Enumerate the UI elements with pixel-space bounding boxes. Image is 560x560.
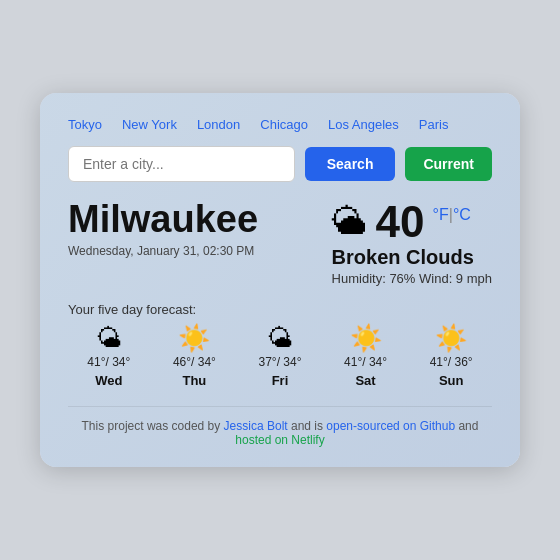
forecast-day-thu: ☀️ 46°/ 34° Thu: [154, 325, 236, 388]
footer-text2: and is: [288, 419, 327, 433]
celsius-link[interactable]: °C: [453, 206, 471, 223]
city-link-chicago[interactable]: Chicago: [260, 117, 308, 132]
github-link[interactable]: open-sourced on Github: [326, 419, 455, 433]
forecast-dayname: Wed: [95, 373, 122, 388]
temp-unit: °F|°C: [433, 206, 471, 224]
forecast-dayname: Thu: [182, 373, 206, 388]
forecast-day-sat: ☀️ 41°/ 34° Sat: [325, 325, 407, 388]
forecast-icon: ☀️: [435, 325, 467, 351]
footer: This project was coded by Jessica Bolt a…: [68, 406, 492, 447]
temp-block: 🌥 40 °F|°C Broken Clouds Humidity: 76% W…: [332, 200, 492, 286]
forecast-day-wed: 🌤 41°/ 34° Wed: [68, 325, 150, 388]
forecast-dayname: Sun: [439, 373, 464, 388]
city-info: Milwaukee Wednesday, January 31, 02:30 P…: [68, 200, 258, 258]
forecast-icon: ☀️: [178, 325, 210, 351]
forecast-icon: ☀️: [350, 325, 382, 351]
forecast-dayname: Fri: [272, 373, 289, 388]
humidity: Humidity: 76% Wind: 9 mph: [332, 271, 492, 286]
temperature: 40: [376, 200, 425, 244]
forecast-temps: 41°/ 36°: [430, 355, 473, 369]
forecast-icon: 🌤: [96, 325, 122, 351]
forecast-dayname: Sat: [355, 373, 375, 388]
netlify-link[interactable]: hosted on Netlify: [235, 433, 324, 447]
city-link-new-york[interactable]: New York: [122, 117, 177, 132]
forecast-temps: 46°/ 34°: [173, 355, 216, 369]
forecast-day-sun: ☀️ 41°/ 36° Sun: [410, 325, 492, 388]
city-link-los-angeles[interactable]: Los Angeles: [328, 117, 399, 132]
current-button[interactable]: Current: [405, 147, 492, 181]
forecast-icon: 🌤: [267, 325, 293, 351]
city-link-london[interactable]: London: [197, 117, 240, 132]
city-nav: TokyoNew YorkLondonChicagoLos AngelesPar…: [68, 117, 492, 132]
author-link[interactable]: Jessica Bolt: [224, 419, 288, 433]
forecast-day-fri: 🌤 37°/ 34° Fri: [239, 325, 321, 388]
forecast-temps: 41°/ 34°: [87, 355, 130, 369]
fahrenheit-link[interactable]: °F: [433, 206, 449, 223]
search-button[interactable]: Search: [305, 147, 396, 181]
search-row: Search Current: [68, 146, 492, 182]
city-input[interactable]: [68, 146, 295, 182]
forecast-temps: 41°/ 34°: [344, 355, 387, 369]
forecast-row: 🌤 41°/ 34° Wed ☀️ 46°/ 34° Thu 🌤 37°/ 34…: [68, 325, 492, 388]
city-link-paris[interactable]: Paris: [419, 117, 449, 132]
temp-row: 🌥 40 °F|°C: [332, 200, 471, 244]
date-line: Wednesday, January 31, 02:30 PM: [68, 244, 258, 258]
cloud-icon: 🌥: [332, 204, 368, 240]
condition: Broken Clouds: [332, 246, 474, 269]
city-link-tokyo[interactable]: Tokyo: [68, 117, 102, 132]
city-name: Milwaukee: [68, 200, 258, 238]
weather-card: TokyoNew YorkLondonChicagoLos AngelesPar…: [40, 93, 520, 467]
footer-text3: and: [455, 419, 478, 433]
forecast-temps: 37°/ 34°: [259, 355, 302, 369]
weather-main: Milwaukee Wednesday, January 31, 02:30 P…: [68, 200, 492, 286]
forecast-label: Your five day forecast:: [68, 302, 492, 317]
footer-text1: This project was coded by: [82, 419, 224, 433]
